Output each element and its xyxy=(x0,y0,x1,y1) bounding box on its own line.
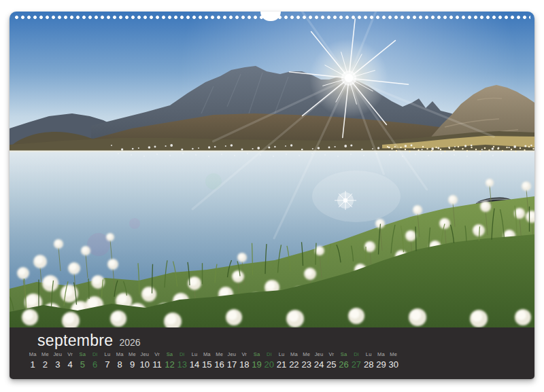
day-label: Lu xyxy=(279,351,285,357)
day-label: Di xyxy=(354,351,358,357)
day-label: Sa xyxy=(167,351,173,357)
day-number: 9 xyxy=(130,359,135,370)
landscape-photo xyxy=(10,12,534,327)
calendar-day-column: Me23 xyxy=(301,351,313,370)
calendar-day-column: Lu28 xyxy=(362,351,375,370)
day-label: Vr xyxy=(154,351,160,357)
day-label: Vr xyxy=(67,351,73,357)
day-number: 5 xyxy=(80,359,85,370)
calendar-day-column: Sa19 xyxy=(250,351,262,370)
day-label: Ma xyxy=(290,351,298,357)
month-header: septembre 2026 xyxy=(37,332,141,350)
day-label: Ma xyxy=(116,351,124,357)
day-number: 20 xyxy=(265,359,274,370)
day-number: 16 xyxy=(214,359,224,370)
calendar-day-column: Lu14 xyxy=(188,351,201,370)
day-label: Di xyxy=(267,351,271,357)
day-label: Me xyxy=(216,351,223,357)
day-label: Jeu xyxy=(228,351,237,357)
calendar-day-column: Jeu3 xyxy=(52,351,64,370)
day-number: 2 xyxy=(43,359,48,370)
day-number: 15 xyxy=(202,359,211,370)
calendar-day-column: Me30 xyxy=(388,351,400,370)
calendar-day-column: Ma8 xyxy=(114,351,126,370)
day-label: Jeu xyxy=(53,351,62,357)
day-number: 24 xyxy=(314,359,324,370)
calendar-day-column: Lu21 xyxy=(275,351,288,370)
day-label: Ma xyxy=(377,351,385,357)
day-number: 14 xyxy=(190,359,199,370)
day-label: Ma xyxy=(203,351,211,357)
day-number: 6 xyxy=(92,359,97,370)
day-number: 8 xyxy=(118,359,122,370)
day-label: Me xyxy=(129,351,136,357)
day-number: 3 xyxy=(55,359,60,370)
day-number: 30 xyxy=(389,359,398,370)
day-label: Lu xyxy=(105,351,111,357)
day-number: 25 xyxy=(326,359,336,370)
calendar-day-column: Vr4 xyxy=(64,351,76,370)
calendar-day-column: Jeu17 xyxy=(226,351,238,370)
calendar-day-column: Me2 xyxy=(39,351,51,370)
calendar-day-column: Sa5 xyxy=(76,351,88,370)
day-label: Ma xyxy=(29,351,37,357)
calendar-day-column: Ma29 xyxy=(375,351,387,370)
day-number: 4 xyxy=(67,359,72,370)
day-number: 10 xyxy=(140,359,150,370)
day-label: Jeu xyxy=(315,351,324,357)
day-number: 26 xyxy=(339,359,348,370)
calendar-day-column: Di27 xyxy=(350,351,362,370)
calendar-day-column: Sa12 xyxy=(163,351,175,370)
day-number: 13 xyxy=(177,359,186,370)
calendar-day-column: Sa26 xyxy=(337,351,350,370)
calendar-day-column: Di13 xyxy=(176,351,188,370)
day-label: Sa xyxy=(341,351,347,357)
calendar-product-page: septembre 2026 Ma1Me2Jeu3Vr4Sa5Di6Lu7Ma8… xyxy=(0,0,544,392)
calendar-day-column: Vr11 xyxy=(151,351,163,370)
day-label: Sa xyxy=(254,351,260,357)
day-label: Di xyxy=(92,351,97,357)
year-label: 2026 xyxy=(119,337,140,348)
calendar-day-column: Jeu10 xyxy=(139,351,151,370)
calendar-day-column: Ma22 xyxy=(288,351,300,370)
day-number: 17 xyxy=(227,359,237,370)
day-number: 28 xyxy=(364,359,373,370)
calendar-band: septembre 2026 Ma1Me2Jeu3Vr4Sa5Di6Lu7Ma8… xyxy=(10,327,534,379)
day-number: 27 xyxy=(352,359,361,370)
day-number: 18 xyxy=(239,359,249,370)
day-grid: Ma1Me2Jeu3Vr4Sa5Di6Lu7Ma8Me9Jeu10Vr11Sa1… xyxy=(27,351,400,370)
day-label: Vr xyxy=(328,351,334,357)
calendar-day-column: Me16 xyxy=(213,351,225,370)
calendar-day-column: Ma1 xyxy=(27,351,39,370)
day-number: 21 xyxy=(277,359,286,370)
calendar-day-column: Lu7 xyxy=(101,351,114,370)
day-label: Me xyxy=(390,351,397,357)
day-number: 29 xyxy=(376,359,386,370)
day-number: 7 xyxy=(105,359,109,370)
calendar-day-column: Vr18 xyxy=(238,351,250,370)
day-number: 11 xyxy=(152,359,162,370)
day-label: Vr xyxy=(241,351,247,357)
day-number: 23 xyxy=(301,359,311,370)
day-label: Sa xyxy=(80,351,86,357)
day-number: 12 xyxy=(165,359,174,370)
calendar-sheet: septembre 2026 Ma1Me2Jeu3Vr4Sa5Di6Lu7Ma8… xyxy=(10,12,534,379)
day-label: Jeu xyxy=(140,351,149,357)
month-name: septembre xyxy=(37,332,113,350)
day-number: 1 xyxy=(31,359,35,370)
calendar-day-column: Jeu24 xyxy=(313,351,325,370)
day-label: Me xyxy=(41,351,49,357)
day-label: Di xyxy=(180,351,184,357)
calendar-day-column: Di20 xyxy=(263,351,275,370)
day-number: 22 xyxy=(289,359,299,370)
day-label: Lu xyxy=(192,351,198,357)
day-label: Lu xyxy=(366,351,372,357)
calendar-day-column: Ma15 xyxy=(201,351,213,370)
calendar-day-column: Me9 xyxy=(126,351,138,370)
day-label: Me xyxy=(303,351,310,357)
day-number: 19 xyxy=(252,359,261,370)
calendar-day-column: Vr25 xyxy=(325,351,337,370)
landscape-illustration xyxy=(10,12,534,327)
calendar-day-column: Di6 xyxy=(88,351,101,370)
